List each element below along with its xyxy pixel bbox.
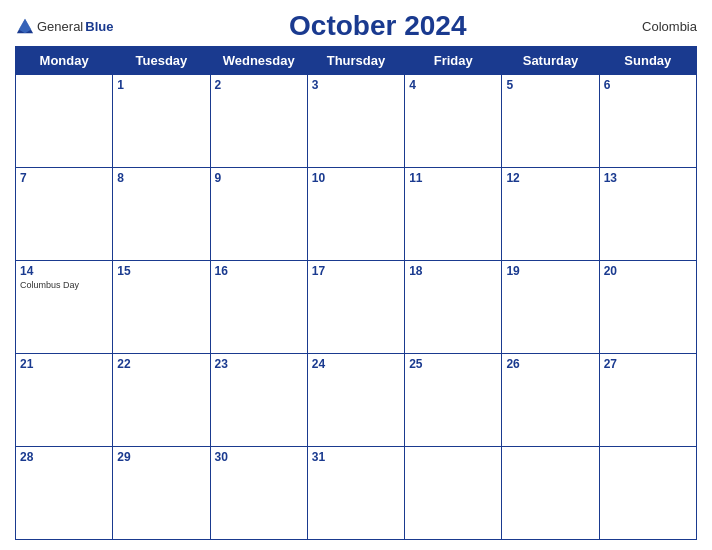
day-number: 13 xyxy=(604,171,692,185)
event-label: Columbus Day xyxy=(20,280,108,290)
table-row: 11 xyxy=(405,168,502,261)
day-number: 10 xyxy=(312,171,400,185)
table-row: 21 xyxy=(16,354,113,447)
table-row xyxy=(16,75,113,168)
title-area: October 2024 xyxy=(113,10,642,42)
day-number: 9 xyxy=(215,171,303,185)
table-row: 24 xyxy=(307,354,404,447)
table-row: 31 xyxy=(307,447,404,540)
day-number: 17 xyxy=(312,264,400,278)
table-row: 2 xyxy=(210,75,307,168)
table-row: 15 xyxy=(113,261,210,354)
table-row: 26 xyxy=(502,354,599,447)
day-number: 21 xyxy=(20,357,108,371)
table-row: 12 xyxy=(502,168,599,261)
table-row: 30 xyxy=(210,447,307,540)
day-number: 27 xyxy=(604,357,692,371)
table-row: 10 xyxy=(307,168,404,261)
day-number: 14 xyxy=(20,264,108,278)
table-row: 27 xyxy=(599,354,696,447)
header-sunday: Sunday xyxy=(599,47,696,75)
day-number: 11 xyxy=(409,171,497,185)
weekday-header-row: Monday Tuesday Wednesday Thursday Friday… xyxy=(16,47,697,75)
day-number: 25 xyxy=(409,357,497,371)
header-wednesday: Wednesday xyxy=(210,47,307,75)
day-number: 15 xyxy=(117,264,205,278)
header-friday: Friday xyxy=(405,47,502,75)
table-row: 4 xyxy=(405,75,502,168)
table-row: 28 xyxy=(16,447,113,540)
header-tuesday: Tuesday xyxy=(113,47,210,75)
table-row: 29 xyxy=(113,447,210,540)
table-row: 23 xyxy=(210,354,307,447)
day-number: 29 xyxy=(117,450,205,464)
table-row: 7 xyxy=(16,168,113,261)
table-row: 3 xyxy=(307,75,404,168)
table-row: 19 xyxy=(502,261,599,354)
day-number: 31 xyxy=(312,450,400,464)
table-row: 22 xyxy=(113,354,210,447)
day-number: 20 xyxy=(604,264,692,278)
table-row: 25 xyxy=(405,354,502,447)
calendar-table: Monday Tuesday Wednesday Thursday Friday… xyxy=(15,46,697,540)
logo: General Blue xyxy=(15,17,113,35)
day-number: 24 xyxy=(312,357,400,371)
day-number: 22 xyxy=(117,357,205,371)
logo-area: General Blue xyxy=(15,17,113,35)
day-number: 16 xyxy=(215,264,303,278)
calendar-title: October 2024 xyxy=(289,10,466,41)
table-row: 8 xyxy=(113,168,210,261)
day-number: 23 xyxy=(215,357,303,371)
day-number: 6 xyxy=(604,78,692,92)
table-row: 14Columbus Day xyxy=(16,261,113,354)
calendar-week-row: 123456 xyxy=(16,75,697,168)
calendar-week-row: 14Columbus Day151617181920 xyxy=(16,261,697,354)
day-number: 4 xyxy=(409,78,497,92)
table-row: 18 xyxy=(405,261,502,354)
table-row: 13 xyxy=(599,168,696,261)
day-number: 5 xyxy=(506,78,594,92)
calendar-week-row: 28293031 xyxy=(16,447,697,540)
table-row: 1 xyxy=(113,75,210,168)
table-row xyxy=(599,447,696,540)
header-saturday: Saturday xyxy=(502,47,599,75)
logo-icon xyxy=(15,17,35,35)
table-row: 17 xyxy=(307,261,404,354)
day-number: 7 xyxy=(20,171,108,185)
country-label: Colombia xyxy=(642,19,697,34)
day-number: 19 xyxy=(506,264,594,278)
day-number: 28 xyxy=(20,450,108,464)
day-number: 30 xyxy=(215,450,303,464)
day-number: 8 xyxy=(117,171,205,185)
calendar-week-row: 78910111213 xyxy=(16,168,697,261)
header-thursday: Thursday xyxy=(307,47,404,75)
day-number: 1 xyxy=(117,78,205,92)
logo-general-text: General xyxy=(37,19,83,34)
day-number: 12 xyxy=(506,171,594,185)
header-monday: Monday xyxy=(16,47,113,75)
table-row: 6 xyxy=(599,75,696,168)
table-row: 16 xyxy=(210,261,307,354)
day-number: 18 xyxy=(409,264,497,278)
table-row: 20 xyxy=(599,261,696,354)
day-number: 3 xyxy=(312,78,400,92)
day-number: 2 xyxy=(215,78,303,92)
calendar-header: General Blue October 2024 Colombia xyxy=(15,10,697,42)
logo-blue-text: Blue xyxy=(85,19,113,34)
table-row: 9 xyxy=(210,168,307,261)
table-row xyxy=(502,447,599,540)
day-number: 26 xyxy=(506,357,594,371)
calendar-week-row: 21222324252627 xyxy=(16,354,697,447)
table-row: 5 xyxy=(502,75,599,168)
table-row xyxy=(405,447,502,540)
